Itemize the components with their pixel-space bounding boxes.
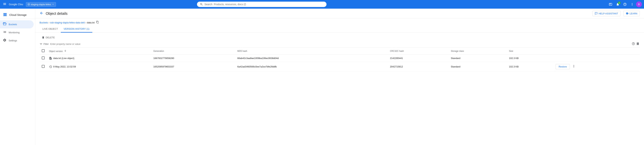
row2-version-icon bbox=[49, 65, 52, 68]
notifications-button[interactable]: 1 bbox=[614, 1, 621, 8]
sidebar: Cloud Storage Buckets Monitoring Setting… bbox=[0, 9, 35, 145]
table-body: data.txt (Live object) 1667832779058280 … bbox=[40, 55, 640, 72]
row1-checkbox[interactable] bbox=[42, 56, 44, 59]
delete-icon bbox=[42, 36, 44, 39]
row2-checkbox[interactable] bbox=[42, 65, 44, 68]
back-button[interactable] bbox=[40, 11, 44, 16]
breadcrumb-bucket-link[interactable]: ssb-staging-dapla-felles-data-delt bbox=[50, 21, 85, 24]
project-name: staging-dapla-felles bbox=[31, 3, 51, 6]
row1-crc32c: 2142285441 bbox=[388, 55, 449, 62]
sidebar-item-settings[interactable]: Settings bbox=[0, 36, 34, 44]
breadcrumb: Buckets › ssb-staging-dapla-felles-data-… bbox=[35, 18, 644, 24]
sidebar-product-header: Cloud Storage bbox=[0, 11, 35, 19]
hamburger-menu-icon[interactable] bbox=[2, 2, 7, 8]
project-selector[interactable]: staging-dapla-felles bbox=[26, 2, 56, 7]
row1-file-icon bbox=[49, 57, 52, 60]
cloud-shell-button[interactable] bbox=[607, 1, 614, 8]
search-bar[interactable] bbox=[197, 2, 326, 7]
sidebar-item-buckets-label: Buckets bbox=[9, 23, 17, 26]
svg-text:Google Cloud: Google Cloud bbox=[9, 3, 23, 6]
row2-checkbox-cell bbox=[40, 62, 47, 72]
nav-actions: 1 B bbox=[607, 1, 642, 8]
table-container: Object version Generation MD5 hash bbox=[35, 48, 644, 72]
tab-live-object[interactable]: LIVE OBJECT bbox=[40, 26, 61, 32]
table-row: data.txt (Live object) 1667832779058280 … bbox=[40, 55, 640, 62]
select-all-checkbox[interactable] bbox=[42, 49, 44, 52]
breadcrumb-filename: data.txt bbox=[87, 21, 94, 24]
learn-label: LEARN bbox=[630, 12, 637, 15]
delete-button[interactable]: DELETE bbox=[40, 35, 57, 40]
filter-label: Filter bbox=[44, 43, 49, 45]
row1-object-version: data.txt (Live object) bbox=[47, 55, 151, 62]
row1-version-label: data.txt (Live object) bbox=[53, 57, 74, 60]
row2-size: 102.3 KB bbox=[507, 62, 553, 72]
copy-filename-icon[interactable] bbox=[96, 21, 99, 24]
page-header-right: HELP ASSISTANT LEARN bbox=[592, 11, 640, 16]
learn-button[interactable]: LEARN bbox=[623, 11, 640, 16]
th-md5-hash: MD5 hash bbox=[235, 48, 388, 55]
th-object-version[interactable]: Object version bbox=[47, 48, 151, 55]
filter-bar: Filter bbox=[35, 42, 644, 47]
sidebar-product-name: Cloud Storage bbox=[9, 13, 26, 16]
filter-label-group: Filter bbox=[40, 43, 49, 46]
filter-actions bbox=[632, 42, 640, 46]
sidebar-item-settings-label: Settings bbox=[9, 39, 17, 42]
storage-product-icon bbox=[3, 12, 7, 17]
settings-icon bbox=[3, 38, 6, 43]
sidebar-item-buckets[interactable]: Buckets bbox=[0, 20, 34, 28]
row2-version-label: 9 May 2022, 13:32:59 bbox=[53, 65, 76, 68]
row2-generation: 1652095979653337 bbox=[151, 62, 235, 72]
page-header: Object details HELP ASSISTANT LEARN bbox=[35, 9, 644, 18]
tab-version-history[interactable]: VERSION HISTORY (1) bbox=[61, 26, 92, 32]
buckets-icon bbox=[3, 22, 6, 27]
google-cloud-logo[interactable]: Google Cloud bbox=[9, 2, 23, 7]
svg-rect-4 bbox=[4, 15, 7, 16]
delete-label: DELETE bbox=[46, 36, 55, 39]
breadcrumb-separator-1: › bbox=[48, 21, 49, 24]
th-size: Size bbox=[507, 48, 553, 55]
help-assistant-button[interactable]: HELP ASSISTANT bbox=[592, 11, 620, 16]
filter-help-icon[interactable] bbox=[632, 42, 635, 46]
top-navigation: Google Cloud staging-dapla-felles 1 B bbox=[0, 0, 644, 9]
app-body: Cloud Storage Buckets Monitoring Setting… bbox=[0, 9, 644, 145]
row1-size: 102.3 KB bbox=[507, 55, 553, 62]
filter-icon bbox=[40, 43, 42, 46]
more-actions-button[interactable] bbox=[570, 64, 577, 70]
help-button[interactable] bbox=[622, 1, 628, 8]
breadcrumb-separator-2: › bbox=[86, 21, 86, 24]
user-avatar[interactable]: B bbox=[636, 2, 642, 7]
sort-object-version-icon bbox=[64, 50, 66, 52]
toolbar: DELETE bbox=[35, 33, 644, 42]
search-icon bbox=[200, 3, 203, 6]
help-assistant-label: HELP ASSISTANT bbox=[599, 12, 618, 15]
monitoring-icon bbox=[3, 30, 6, 35]
row2-object-version: 9 May 2022, 13:32:59 bbox=[47, 62, 151, 72]
breadcrumb-buckets-link[interactable]: Buckets bbox=[40, 21, 48, 24]
tabs-container: LIVE OBJECT VERSION HISTORY (1) bbox=[35, 24, 644, 33]
svg-rect-3 bbox=[4, 14, 7, 15]
th-storage-class: Storage class bbox=[449, 48, 507, 55]
filter-input[interactable] bbox=[50, 43, 630, 45]
th-crc32c-hash: CRC32C hash bbox=[388, 48, 449, 55]
row1-checkbox-cell bbox=[40, 55, 47, 62]
sidebar-item-monitoring[interactable]: Monitoring bbox=[0, 28, 34, 36]
versions-table: Object version Generation MD5 hash bbox=[40, 48, 640, 72]
row2-storage-class: Standard bbox=[449, 62, 507, 72]
page-header-left: Object details bbox=[40, 11, 68, 16]
notification-badge: 1 bbox=[618, 2, 620, 4]
sidebar-item-monitoring-label: Monitoring bbox=[9, 31, 20, 34]
table-header: Object version Generation MD5 hash bbox=[40, 48, 640, 55]
row1-storage-class: Standard bbox=[449, 55, 507, 62]
row1-md5: 66ab42c3aa9ae1009ba106ec0638d04d bbox=[235, 55, 388, 62]
th-checkbox bbox=[40, 48, 47, 55]
row2-crc32c: 2042715812 bbox=[388, 62, 449, 72]
main-content: Object details HELP ASSISTANT LEARN Buck… bbox=[35, 9, 644, 145]
search-input[interactable] bbox=[204, 3, 324, 6]
row2-actions: Restore bbox=[553, 62, 640, 72]
restore-button[interactable]: Restore bbox=[556, 64, 570, 69]
more-options-button[interactable] bbox=[629, 1, 635, 8]
row1-actions bbox=[553, 55, 640, 62]
row2-md5: 6a42ad3460566c0ee7a3ce7bfe2fddfb bbox=[235, 62, 388, 72]
th-actions bbox=[553, 48, 640, 55]
columns-icon[interactable] bbox=[636, 42, 640, 46]
